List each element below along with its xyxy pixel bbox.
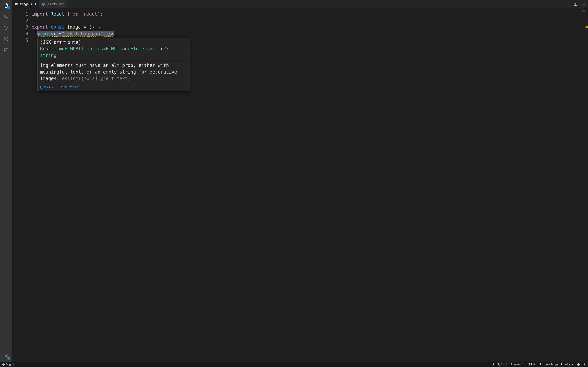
- tab-eslintrc[interactable]: .eslintrc.json: [39, 0, 67, 8]
- code-editor[interactable]: import React from 'react'; export const …: [32, 8, 580, 362]
- explorer-icon[interactable]: 1: [3, 2, 9, 8]
- eslint-file-icon: [42, 3, 45, 6]
- problems-status[interactable]: 0 1: [2, 363, 14, 366]
- language-status[interactable]: JavaScript: [544, 363, 558, 366]
- tab-label: .eslintrc.json: [47, 2, 64, 6]
- svg-point-8: [5, 355, 7, 357]
- line-number-gutter: 1 2 3 4 5: [12, 8, 32, 362]
- notifications-bell-icon[interactable]: [583, 363, 586, 366]
- overview-ruler[interactable]: [585, 8, 588, 362]
- svg-point-11: [583, 4, 583, 4]
- settings-gear-icon[interactable]: 1: [3, 353, 9, 359]
- split-editor-icon[interactable]: [574, 2, 578, 6]
- error-count: 0: [6, 363, 8, 366]
- feedback-icon[interactable]: [577, 363, 580, 366]
- svg-point-14: [577, 363, 580, 366]
- js-file-icon: JS: [15, 3, 18, 5]
- svg-rect-5: [4, 48, 6, 50]
- eol-status[interactable]: LF: [538, 363, 541, 366]
- svg-point-10: [582, 4, 582, 4]
- svg-point-16: [579, 364, 579, 364]
- svg-point-0: [4, 15, 7, 18]
- search-icon[interactable]: [3, 14, 9, 20]
- svg-point-3: [6, 29, 7, 30]
- explorer-badge: 1: [7, 6, 10, 9]
- minimap[interactable]: [580, 8, 585, 362]
- svg-point-12: [584, 4, 585, 4]
- svg-point-2: [7, 26, 8, 27]
- status-bar: 0 1 Ln 5, Col 1 Spaces: 2 UTF-8 LF JavaS…: [0, 362, 588, 367]
- hover-tooltip: (JSX attribute) React.ImgHTMLAttributes<…: [37, 38, 190, 91]
- prettier-status[interactable]: Prettier: ✔: [561, 363, 574, 366]
- tab-bar: JS Image.js .eslintrc.json: [12, 0, 588, 8]
- svg-rect-7: [4, 50, 6, 52]
- activity-bar: 1 1: [0, 0, 12, 362]
- tab-image-js[interactable]: JS Image.js: [12, 0, 39, 8]
- svg-rect-6: [6, 48, 8, 50]
- warning-count: 1: [12, 363, 14, 366]
- svg-point-1: [4, 26, 5, 27]
- debug-icon[interactable]: [3, 36, 9, 42]
- cursor-position[interactable]: Ln 5, Col 1: [493, 363, 508, 366]
- quick-fix-link[interactable]: Quick Fix...: [40, 85, 56, 89]
- source-control-icon[interactable]: [3, 25, 9, 31]
- settings-badge: 1: [7, 357, 10, 360]
- encoding-status[interactable]: UTF-8: [526, 363, 535, 366]
- peek-problem-link[interactable]: Peek Problem: [60, 85, 79, 89]
- hover-signature: (JSX attribute) React.ImgHTMLAttributes<…: [38, 38, 190, 60]
- warning-marker-icon[interactable]: [586, 26, 588, 28]
- indentation-status[interactable]: Spaces: 2: [510, 363, 524, 366]
- extensions-icon[interactable]: [3, 47, 9, 53]
- more-actions-icon[interactable]: [581, 2, 585, 6]
- tab-label: Image.js: [20, 2, 32, 6]
- hover-message: img elements must have an alt prop, eith…: [38, 60, 190, 84]
- svg-point-15: [578, 364, 578, 364]
- dirty-indicator-icon: [35, 3, 36, 5]
